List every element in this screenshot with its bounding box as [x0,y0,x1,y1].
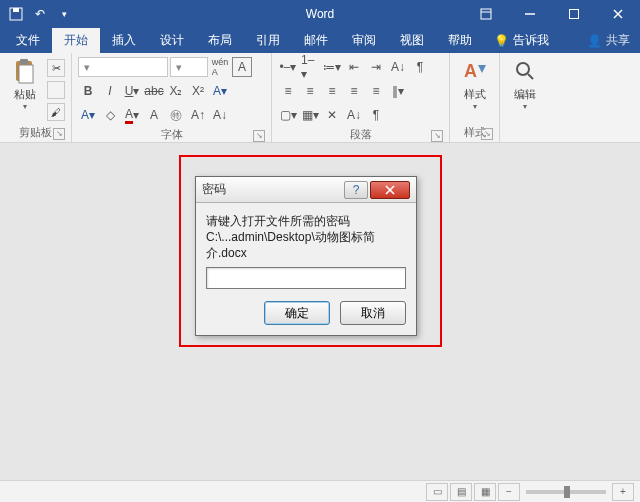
ribbon-display-options-icon[interactable] [464,0,508,28]
show-marks-button[interactable]: ¶ [410,57,430,77]
line-spacing-button[interactable]: ‖▾ [388,81,408,101]
sort-button[interactable]: A↓ [388,57,408,77]
tell-me[interactable]: 💡 告诉我 [484,28,559,53]
undo-icon[interactable]: ↶ [32,6,48,22]
share-icon: 👤 [587,34,602,48]
tab-view[interactable]: 视图 [388,28,436,53]
increase-indent-button[interactable]: ⇥ [366,57,386,77]
font-family-combo[interactable]: ▾ [78,57,168,77]
align-right-button[interactable]: ≡ [322,81,342,101]
numbering-button[interactable]: 1–▾ [300,57,320,77]
font-color-button[interactable]: A▾ [122,105,142,125]
zoom-in-button[interactable]: + [612,483,634,501]
text-effects-button[interactable]: A▾ [210,81,230,101]
clipboard-group-label: 剪贴板 [19,126,52,138]
styles-label: 样式 [464,87,486,102]
tab-home[interactable]: 开始 [52,28,100,53]
lightbulb-icon: 💡 [494,34,509,48]
shading-button[interactable]: ▢▾ [278,105,298,125]
svg-rect-9 [19,65,33,83]
share-label: 共享 [606,32,630,49]
tab-file[interactable]: 文件 [4,28,52,53]
styles-icon: A [461,57,489,85]
read-mode-button[interactable]: ▭ [426,483,448,501]
clipboard-launcher[interactable]: ↘ [53,128,65,140]
char-shading-button[interactable]: A [144,105,164,125]
char-border-button[interactable]: A [232,57,252,77]
para-marks-button[interactable]: ¶ [366,105,386,125]
maximize-button[interactable] [552,0,596,28]
editing-label: 编辑 [514,87,536,102]
distribute-button[interactable]: ≡ [366,81,386,101]
dialog-prompt: 请键入打开文件所需的密码 [206,213,406,229]
save-icon[interactable] [8,6,24,22]
qat-customize-icon[interactable]: ▾ [56,6,72,22]
zoom-thumb[interactable] [564,486,570,498]
copy-button[interactable] [47,81,65,99]
borders-button[interactable]: ▦▾ [300,105,320,125]
group-editing: 编辑 ▾ [500,53,550,142]
web-layout-button[interactable]: ▦ [474,483,496,501]
svg-line-13 [528,74,533,79]
zoom-slider[interactable] [526,490,606,494]
font-launcher[interactable]: ↘ [253,130,265,142]
dialog-help-button[interactable]: ? [344,181,368,199]
decrease-indent-button[interactable]: ⇤ [344,57,364,77]
ribbon-tabs: 文件 开始 插入 设计 布局 引用 邮件 审阅 视图 帮助 💡 告诉我 👤 共享 [0,28,640,53]
share-button[interactable]: 👤 共享 [577,28,640,53]
superscript-button[interactable]: X² [188,81,208,101]
styles-button[interactable]: A 样式 ▾ [456,57,493,111]
bullets-button[interactable]: •–▾ [278,57,298,77]
tab-help[interactable]: 帮助 [436,28,484,53]
group-clipboard: 粘贴 ▾ ✂ 🖌 剪贴板↘ [0,53,72,142]
underline-button[interactable]: U▾ [122,81,142,101]
minimize-button[interactable] [508,0,552,28]
cut-button[interactable]: ✂ [47,59,65,77]
cancel-button[interactable]: 取消 [340,301,406,325]
snap-button[interactable]: ✕ [322,105,342,125]
tab-review[interactable]: 审阅 [340,28,388,53]
tab-layout[interactable]: 布局 [196,28,244,53]
justify-button[interactable]: ≡ [344,81,364,101]
grow-font-button[interactable]: A↑ [188,105,208,125]
bold-button[interactable]: B [78,81,98,101]
tab-references[interactable]: 引用 [244,28,292,53]
tab-insert[interactable]: 插入 [100,28,148,53]
shrink-font-button[interactable]: A↓ [210,105,230,125]
tab-mailings[interactable]: 邮件 [292,28,340,53]
multilevel-button[interactable]: ≔▾ [322,57,342,77]
zoom-out-button[interactable]: − [498,483,520,501]
svg-rect-1 [13,8,19,12]
clear-format-button[interactable]: ◇ [100,105,120,125]
align-left-button[interactable]: ≡ [278,81,298,101]
phonetic-guide-button[interactable]: wénA [210,57,230,77]
ok-button[interactable]: 确定 [264,301,330,325]
group-font: ▾ ▾ wénA A B I U▾ abc X₂ X² A▾ A▾ ◇ [72,53,272,142]
paste-icon [11,57,39,85]
align-center-button[interactable]: ≡ [300,81,320,101]
tab-design[interactable]: 设计 [148,28,196,53]
editing-button[interactable]: 编辑 ▾ [506,57,544,111]
password-input[interactable] [206,267,406,289]
strikethrough-button[interactable]: abc [144,81,164,101]
format-painter-button[interactable]: 🖌 [47,103,65,121]
font-group-label: 字体 [161,128,183,140]
svg-text:A: A [464,61,477,81]
paragraph-launcher[interactable]: ↘ [431,130,443,142]
italic-button[interactable]: I [100,81,120,101]
find-icon [511,57,539,85]
status-bar: ▭ ▤ ▦ − + [0,480,640,502]
para-sort-button[interactable]: A↓ [344,105,364,125]
dialog-close-button[interactable] [370,181,410,199]
font-size-combo[interactable]: ▾ [170,57,208,77]
group-styles: A 样式 ▾ 样式↘ [450,53,500,142]
styles-launcher[interactable]: ↘ [481,128,493,140]
paste-label: 粘贴 [14,87,36,102]
highlight-button[interactable]: A▾ [78,105,98,125]
print-layout-button[interactable]: ▤ [450,483,472,501]
dialog-filepath: C:\...admin\Desktop\动物图标简介.docx [206,229,406,261]
enclose-char-button[interactable]: ㊕ [166,105,186,125]
subscript-button[interactable]: X₂ [166,81,186,101]
close-button[interactable] [596,0,640,28]
paste-button[interactable]: 粘贴 ▾ [6,57,43,111]
